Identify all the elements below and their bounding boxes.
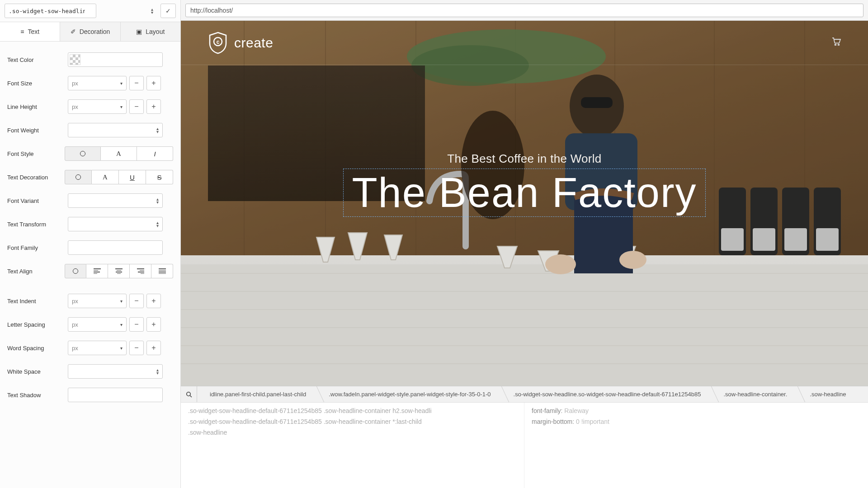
brand-text: create <box>234 35 273 51</box>
line-height-increment[interactable]: + <box>146 99 161 114</box>
selector-input[interactable] <box>5 4 96 18</box>
transparent-icon <box>70 54 80 65</box>
selectors-column[interactable]: .so-widget-sow-headline-default-6711e125… <box>181 403 524 488</box>
text-align-right[interactable] <box>130 264 151 278</box>
label-text-indent: Text Indent <box>7 298 68 305</box>
updown-icon: ▴▾ <box>156 221 159 227</box>
letter-spacing-decrement[interactable]: − <box>129 317 144 332</box>
inspector-panel: idline.panel-first-child.panel-last-chil… <box>181 386 868 488</box>
css-declarations-column[interactable]: font-family: Raleway margin-bottom: 0 !i… <box>524 403 868 488</box>
none-icon <box>73 268 78 274</box>
url-bar: http://localhost/ <box>181 0 868 21</box>
svg-point-33 <box>838 44 840 46</box>
text-decoration-none[interactable] <box>65 170 92 184</box>
label-letter-spacing: Letter Spacing <box>7 321 68 328</box>
text-decoration-strike[interactable]: S <box>146 170 173 184</box>
chevron-down-icon: ▾ <box>120 299 123 304</box>
breadcrumb-search-button[interactable] <box>181 386 197 402</box>
letter-spacing-increment[interactable]: + <box>146 317 161 332</box>
font-size-decrement[interactable]: − <box>129 76 144 90</box>
none-icon <box>80 151 85 156</box>
brand[interactable]: c create <box>208 32 273 54</box>
css-editor-sidebar: ▴▾ ✓ ≡ Text ✐ Decoration ▣ Layout Text C… <box>0 0 181 488</box>
line-height-unit-select[interactable]: px▾ <box>68 99 127 114</box>
word-spacing-decrement[interactable]: − <box>129 341 144 355</box>
text-align-justify[interactable] <box>151 264 173 278</box>
selector-line: .so-widget-sow-headline-default-6711e125… <box>188 407 517 414</box>
svg-text:c: c <box>217 39 220 45</box>
label-font-family: Font Family <box>7 244 68 251</box>
white-space-select[interactable]: ▴▾ <box>68 364 163 379</box>
text-align-left[interactable] <box>86 264 108 278</box>
line-height-decrement[interactable]: − <box>129 99 144 114</box>
text-decoration-underline[interactable]: U <box>119 170 146 184</box>
breadcrumb-item[interactable]: idline.panel-first-child.panel-last-chil… <box>197 386 316 402</box>
word-spacing-unit-select[interactable]: px▾ <box>68 341 127 355</box>
updown-icon: ▴▾ <box>156 127 159 133</box>
label-font-size: Font Size <box>7 80 68 87</box>
text-color-swatch[interactable] <box>68 52 163 67</box>
tab-label: Text <box>28 28 39 35</box>
text-indent-increment[interactable]: + <box>146 294 161 308</box>
confirm-selector-button[interactable]: ✓ <box>160 4 176 18</box>
text-indent-unit-select[interactable]: px▾ <box>68 294 127 308</box>
chevron-down-icon: ▾ <box>120 322 123 327</box>
font-style-none[interactable] <box>65 146 101 161</box>
cart-icon[interactable] <box>832 38 841 48</box>
label-text-shadow: Text Shadow <box>7 392 68 399</box>
text-indent-decrement[interactable]: − <box>129 294 144 308</box>
label-word-spacing: Word Spacing <box>7 345 68 352</box>
label-text-color: Text Color <box>7 56 68 63</box>
site-top-nav: c create <box>181 21 868 65</box>
text-transform-select[interactable]: ▴▾ <box>68 217 163 231</box>
tab-decoration[interactable]: ✐ Decoration <box>60 22 120 41</box>
hero-title-selected[interactable]: The Bean Factory <box>343 169 705 217</box>
hero-subtitle: The Best Coffee in the World <box>181 152 868 166</box>
text-align-none[interactable] <box>65 264 86 278</box>
svg-line-35 <box>190 395 192 397</box>
font-style-normal[interactable]: A <box>101 146 137 161</box>
font-variant-select[interactable]: ▴▾ <box>68 193 163 208</box>
breadcrumb-item[interactable]: .so-widget-sow-headline.so-widget-sow-he… <box>501 386 711 402</box>
breadcrumb-item[interactable]: .wow.fadeIn.panel-widget-style.panel-wid… <box>316 386 500 402</box>
chevron-down-icon: ▾ <box>120 346 123 351</box>
selector-line: .sow-headline <box>188 429 517 436</box>
svg-point-32 <box>835 44 836 46</box>
breadcrumb-item[interactable]: .sow-headline-container. <box>711 386 797 402</box>
tab-layout[interactable]: ▣ Layout <box>121 22 180 41</box>
font-size-increment[interactable]: + <box>146 76 161 90</box>
font-size-unit-select[interactable]: px▾ <box>68 76 127 90</box>
tab-label: Decoration <box>80 28 110 35</box>
font-style-italic[interactable]: I <box>137 146 173 161</box>
font-weight-select[interactable]: ▴▾ <box>68 123 163 137</box>
label-font-style: Font Style <box>7 150 65 157</box>
main-column: http://localhost/ <box>181 0 868 488</box>
label-text-transform: Text Transform <box>7 221 68 228</box>
chevron-down-icon: ▾ <box>120 104 123 109</box>
text-decoration-normal[interactable]: A <box>92 170 119 184</box>
align-center-icon <box>115 268 123 274</box>
site-preview[interactable]: c create The Best Coffee in the World Th… <box>181 21 868 386</box>
align-left-icon <box>94 268 101 274</box>
label-font-variant: Font Variant <box>7 197 68 204</box>
text-align-center[interactable] <box>108 264 130 278</box>
url-input[interactable]: http://localhost/ <box>185 4 863 17</box>
check-icon: ✓ <box>165 7 171 14</box>
updown-icon: ▴▾ <box>151 8 153 14</box>
label-text-decoration: Text Decoration <box>7 174 65 181</box>
font-family-input[interactable] <box>68 240 163 255</box>
breadcrumb-item[interactable]: .sow-headline <box>797 386 856 402</box>
word-spacing-increment[interactable]: + <box>146 341 161 355</box>
brand-shield-icon: c <box>208 32 228 54</box>
layout-icon: ▣ <box>136 28 142 35</box>
label-line-height: Line Height <box>7 103 68 110</box>
tab-text[interactable]: ≡ Text <box>0 22 60 41</box>
letter-spacing-unit-select[interactable]: px▾ <box>68 317 127 332</box>
tabbar: ≡ Text ✐ Decoration ▣ Layout <box>0 22 180 42</box>
label-text-align: Text Align <box>7 268 65 275</box>
text-shadow-input[interactable] <box>68 388 163 402</box>
tab-label: Layout <box>146 28 165 35</box>
svg-point-34 <box>186 392 190 395</box>
none-icon <box>75 174 81 180</box>
lines-icon: ≡ <box>20 28 24 35</box>
